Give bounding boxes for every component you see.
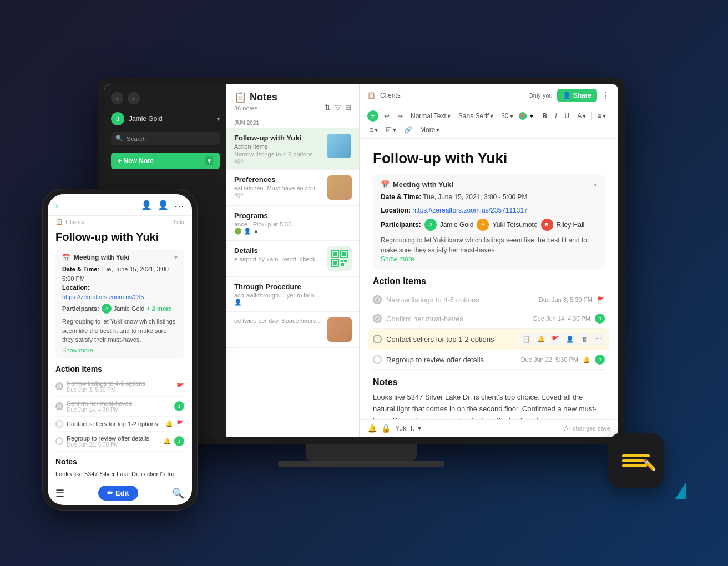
redo-button[interactable]: ↪ bbox=[395, 111, 405, 121]
phone-checkbox[interactable] bbox=[55, 420, 63, 428]
footer-user[interactable]: Yuki T. ▾ bbox=[395, 424, 421, 432]
back-button[interactable]: ‹ bbox=[111, 92, 123, 104]
more-options-icon[interactable]: ⋮ bbox=[601, 90, 610, 101]
filter-icon[interactable]: ▽ bbox=[335, 103, 341, 112]
forward-button[interactable]: › bbox=[128, 92, 140, 104]
meeting-collapse-icon[interactable]: ▾ bbox=[594, 181, 597, 189]
checklist-button[interactable]: ☑ ▾ bbox=[383, 125, 398, 135]
list-item[interactable]: Follow-up with Yuki Action Items Narrow … bbox=[226, 128, 359, 170]
font-size-selector[interactable]: 30 ▾ bbox=[499, 111, 515, 121]
phone-meeting-collapse-icon[interactable]: ▾ bbox=[174, 254, 178, 261]
note-line-2 bbox=[622, 459, 644, 462]
svg-rect-3 bbox=[342, 252, 346, 256]
action-user-icon[interactable]: 👤 bbox=[564, 333, 576, 345]
list-item[interactable]: Programs ance - Pickup at 5:30... 🟢 👤 ▲ bbox=[226, 206, 359, 241]
phone-more-icon[interactable]: ⋯ bbox=[174, 200, 184, 212]
note-item-content: ed twice per day. Space hours apart. Ple… bbox=[234, 317, 323, 342]
floating-notes-widget[interactable]: ✏️ bbox=[608, 433, 664, 488]
note-item-title: Follow-up with Yuki bbox=[234, 134, 322, 142]
action-avatar: J bbox=[595, 355, 605, 365]
share-button[interactable]: 👤 Share bbox=[557, 89, 597, 102]
color-picker[interactable] bbox=[519, 112, 527, 120]
phone-checkbox-done[interactable] bbox=[55, 382, 63, 390]
footer-bell-icon[interactable]: 🔔 bbox=[367, 424, 377, 433]
phone-back-button[interactable]: ‹ bbox=[55, 201, 58, 211]
phone-more-participants[interactable]: + 2 more bbox=[146, 305, 172, 312]
participants-label: Participants: bbox=[381, 221, 421, 229]
participant-name-j: Jamie Gold bbox=[440, 221, 474, 229]
bold-button[interactable]: B bbox=[540, 111, 550, 121]
action-delete-icon[interactable]: 🗑 bbox=[578, 333, 590, 345]
phone-show-more-button[interactable]: Show more bbox=[62, 347, 93, 353]
svg-rect-6 bbox=[341, 260, 343, 262]
text-style-selector[interactable]: Normal Text ▾ bbox=[408, 111, 453, 121]
note-item-preview: e airport by 7am. ikeoff, check traffic … bbox=[234, 256, 323, 262]
italic-button[interactable]: I bbox=[553, 111, 559, 121]
share-label: Share bbox=[573, 92, 592, 99]
action-flag-icon[interactable]: 🚩 bbox=[549, 333, 562, 345]
phone-notes-heading: Notes bbox=[55, 457, 184, 466]
phone-meeting-desc: Regrouping to let Yuki know which listin… bbox=[62, 317, 178, 345]
user-item[interactable]: J Jamie Gold ▾ bbox=[104, 109, 226, 129]
list-item[interactable]: Details e airport by 7am. ikeoff, check … bbox=[226, 241, 359, 277]
undo-button[interactable]: ↩ bbox=[382, 111, 392, 121]
phone-user-icon[interactable]: 👤 bbox=[141, 200, 152, 212]
more-toolbar-button[interactable]: More ▾ bbox=[418, 125, 442, 135]
note-view: 📋 Clients Only you 👤 Share ⋮ bbox=[360, 84, 618, 437]
action-items-heading: Action Items bbox=[373, 276, 605, 286]
action-checkbox[interactable] bbox=[373, 335, 382, 343]
avatar-j: J bbox=[424, 219, 437, 231]
highlight-button[interactable]: A ▾ bbox=[575, 111, 588, 121]
action-avatar: J bbox=[595, 314, 605, 324]
view-icon[interactable]: ⊞ bbox=[345, 103, 351, 112]
action-checkbox[interactable] bbox=[373, 355, 382, 364]
new-note-button[interactable]: + New Note ▾ bbox=[111, 153, 220, 169]
list-item[interactable]: ed twice per day. Space hours apart. Ple… bbox=[226, 312, 359, 348]
action-copy-icon[interactable]: 📋 bbox=[520, 333, 533, 345]
show-more-button[interactable]: Show more bbox=[381, 255, 414, 263]
note-item-title: Through Procedure bbox=[234, 282, 351, 291]
phone-checkbox-done[interactable] bbox=[55, 402, 63, 410]
phone-footer: ☰ ✏ Edit 🔍 bbox=[48, 481, 192, 505]
note-footer: 🔔 🔒 Yuki T. ▾ All changes save bbox=[360, 419, 618, 437]
action-more-icon[interactable]: ⋯ bbox=[593, 333, 605, 345]
note-item-title: Programs bbox=[234, 211, 351, 220]
phone-edit-button[interactable]: ✏ Edit bbox=[98, 486, 138, 501]
phone-action-text: Confirm her must-haves bbox=[67, 400, 171, 407]
phone-meeting-link[interactable]: https://zerealtors.zoom.us/235... bbox=[62, 294, 149, 300]
phone-header: ‹ 👤 👤 ⋯ bbox=[48, 194, 192, 216]
only-you-text: Only you bbox=[528, 92, 552, 99]
action-checkbox-done[interactable]: ✓ bbox=[373, 295, 382, 304]
meeting-icon: 📅 bbox=[381, 180, 390, 189]
note-item-subtitle: Action Items bbox=[234, 143, 322, 150]
unordered-list-button[interactable]: ≡ ▾ bbox=[595, 111, 608, 121]
action-checkbox-done[interactable]: ✓ bbox=[373, 314, 382, 323]
phone-menu-icon[interactable]: ☰ bbox=[55, 487, 64, 499]
phone-action-item: Narrow listings to 4-6 options Due Jun 3… bbox=[55, 377, 184, 397]
avatar-y: Y bbox=[477, 219, 489, 231]
avatar-r: R bbox=[541, 219, 553, 231]
list-item[interactable]: Through Procedure ach walkthrough... lye… bbox=[226, 277, 359, 312]
note-thumbnail bbox=[327, 134, 351, 158]
search-box[interactable]: 🔍 Search bbox=[111, 132, 220, 145]
ordered-list-button[interactable]: ≡ ▾ bbox=[367, 125, 380, 135]
note-line-1 bbox=[622, 454, 650, 457]
link-button[interactable]: 🔗 bbox=[402, 125, 414, 135]
sort-icon[interactable]: ⇅ bbox=[325, 103, 331, 112]
phone-action-text: Regroup to review offer details bbox=[67, 435, 160, 442]
note-thumbnail bbox=[327, 317, 352, 342]
meeting-link[interactable]: https://zerealtors.zoom.us/2357111317 bbox=[412, 206, 527, 214]
phone-share-icon[interactable]: 👤 bbox=[158, 200, 169, 212]
font-selector[interactable]: Sans Serif ▾ bbox=[456, 111, 496, 121]
list-item[interactable]: Preferences eal kitchen. Must have an co… bbox=[226, 170, 359, 206]
footer-lock-icon[interactable]: 🔒 bbox=[381, 424, 391, 433]
phone-search-icon[interactable]: 🔍 bbox=[172, 487, 184, 499]
phone-screen: ‹ 👤 👤 ⋯ 📋 Clients Yuki Follow-up with Yu… bbox=[48, 194, 192, 505]
phone-meeting-card: 📅 Meeting with Yuki ▾ Date & Time: Tue, … bbox=[55, 249, 184, 359]
underline-button[interactable]: U bbox=[563, 111, 572, 121]
phone-checkbox[interactable] bbox=[55, 437, 63, 445]
add-button[interactable]: + bbox=[367, 110, 378, 122]
user-name: Jamie Gold bbox=[129, 115, 163, 123]
note-badges: 🟢 👤 ▲ bbox=[234, 228, 351, 235]
action-bell-icon[interactable]: 🔔 bbox=[535, 333, 547, 345]
